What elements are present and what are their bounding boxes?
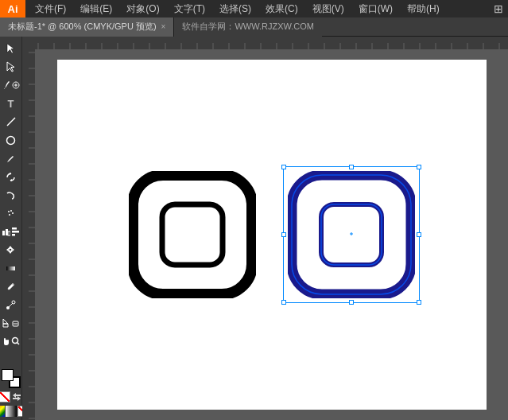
gradient-mode-button[interactable] bbox=[6, 406, 17, 417]
menu-file[interactable]: 文件(F) bbox=[29, 1, 72, 18]
tab-bar: 未标题-1* @ 600% (CMYK/GPU 预览) × 软件自学网：WWW.… bbox=[0, 18, 508, 37]
svg-rect-12 bbox=[6, 266, 15, 270]
tab-active[interactable]: 未标题-1* @ 600% (CMYK/GPU 预览) × bbox=[0, 18, 174, 37]
symbol-sprayer-tool[interactable] bbox=[2, 204, 21, 222]
blend-tool[interactable] bbox=[2, 296, 21, 313]
color-tools bbox=[0, 391, 22, 402]
shapes-container bbox=[129, 171, 415, 298]
svg-rect-19 bbox=[22, 37, 508, 49]
mesh-tool[interactable] bbox=[2, 241, 21, 259]
line-tool[interactable] bbox=[2, 113, 21, 130]
tab-secondary[interactable]: 软件自学网：WWW.RJZXW.COM bbox=[174, 18, 322, 37]
menu-effect[interactable]: 效果(C) bbox=[259, 1, 304, 18]
svg-rect-9 bbox=[12, 228, 17, 230]
swap-colors-button[interactable] bbox=[11, 391, 22, 402]
workspace-switcher-icon[interactable]: ⊞ bbox=[494, 2, 503, 15]
svg-rect-76 bbox=[162, 204, 223, 265]
svg-point-4 bbox=[12, 212, 14, 214]
color-mode-button[interactable] bbox=[0, 406, 5, 417]
menu-help[interactable]: 帮助(H) bbox=[401, 1, 446, 18]
svg-point-13 bbox=[13, 283, 14, 285]
menu-bar: Ai 文件(F) 编辑(E) 对象(O) 文字(T) 选择(S) 效果(C) 视… bbox=[0, 0, 508, 18]
zoom-tool[interactable] bbox=[11, 332, 21, 350]
selection-tool[interactable] bbox=[2, 40, 21, 57]
gradient-tool[interactable] bbox=[2, 259, 21, 277]
menu-text[interactable]: 文字(T) bbox=[168, 1, 211, 18]
svg-line-18 bbox=[17, 343, 20, 345]
fill-stroke-selector[interactable] bbox=[2, 369, 21, 388]
rotate-tool[interactable] bbox=[2, 168, 21, 185]
menu-items: 文件(F) 编辑(E) 对象(O) 文字(T) 选择(S) 效果(C) 视图(V… bbox=[25, 1, 446, 18]
horizontal-ruler bbox=[22, 37, 508, 49]
pen-tool[interactable] bbox=[2, 76, 11, 94]
svg-rect-10 bbox=[12, 231, 19, 233]
main-area: T bbox=[0, 37, 508, 420]
column-graph-tool[interactable] bbox=[2, 223, 11, 240]
svg-point-5 bbox=[9, 214, 10, 216]
tab-secondary-label: 软件自学网：WWW.RJZXW.COM bbox=[182, 21, 314, 33]
svg-point-1 bbox=[7, 136, 15, 144]
svg-point-3 bbox=[10, 210, 12, 212]
paintbrush-tool[interactable] bbox=[2, 150, 21, 167]
tab-active-label: 未标题-1* @ 600% (CMYK/GPU 预览) bbox=[8, 21, 157, 33]
direct-selection-tool[interactable] bbox=[2, 58, 21, 76]
shape-right[interactable] bbox=[288, 171, 415, 298]
menu-view[interactable]: 视图(V) bbox=[306, 1, 351, 18]
svg-rect-8 bbox=[8, 231, 10, 235]
shape-left[interactable] bbox=[129, 171, 256, 298]
hand-tool[interactable] bbox=[2, 332, 11, 350]
menu-edit[interactable]: 编辑(E) bbox=[74, 1, 118, 18]
menu-window[interactable]: 窗口(W) bbox=[352, 1, 399, 18]
warp-tool[interactable] bbox=[2, 186, 21, 204]
eraser-tool[interactable] bbox=[11, 314, 21, 332]
ellipse-tool[interactable] bbox=[2, 131, 21, 149]
fill-swatch[interactable] bbox=[2, 369, 14, 381]
app-logo: Ai bbox=[0, 0, 25, 18]
canvas-content bbox=[35, 49, 508, 420]
menu-object[interactable]: 对象(O) bbox=[120, 1, 165, 18]
bar-graph-tool[interactable] bbox=[11, 223, 21, 240]
svg-rect-6 bbox=[2, 231, 5, 235]
canvas-area[interactable] bbox=[22, 37, 508, 420]
menu-select[interactable]: 选择(S) bbox=[213, 1, 258, 18]
svg-point-17 bbox=[13, 338, 18, 344]
svg-rect-50 bbox=[22, 37, 35, 420]
type-tool[interactable]: T bbox=[2, 95, 21, 112]
svg-line-0 bbox=[7, 118, 15, 126]
toolbar: T bbox=[0, 37, 22, 420]
svg-rect-11 bbox=[12, 234, 15, 236]
anchor-point-tool[interactable] bbox=[11, 76, 21, 94]
eyedropper-tool[interactable] bbox=[2, 278, 21, 295]
slice-tool[interactable] bbox=[2, 314, 11, 332]
svg-point-2 bbox=[8, 211, 10, 212]
none-button[interactable] bbox=[0, 391, 10, 402]
vertical-ruler bbox=[22, 37, 35, 420]
tab-close-button[interactable]: × bbox=[161, 22, 166, 31]
artboard bbox=[57, 60, 487, 410]
